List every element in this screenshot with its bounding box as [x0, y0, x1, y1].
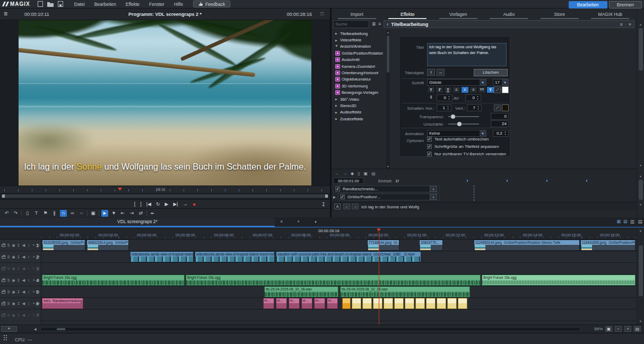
scrollbar-handle[interactable]	[639, 28, 643, 70]
tab-store[interactable]: Store	[534, 10, 585, 19]
zoom-in-button[interactable]: +	[624, 326, 631, 332]
timeline-ruler[interactable]: 00:00:28:16 00:00:02:0000:00:03:0000:00:…	[0, 227, 637, 240]
solo-button[interactable]: S	[7, 243, 11, 247]
fade-icon[interactable]: ↧	[17, 290, 21, 294]
fx-tree-item[interactable]: ▶Stereo3D	[332, 102, 386, 109]
playhead-line[interactable]	[379, 232, 379, 324]
jump-start-button[interactable]: |◀	[146, 201, 151, 207]
clip[interactable]	[426, 298, 436, 309]
transparency-value[interactable]: 0	[491, 113, 509, 120]
multicam-view-icon[interactable]: ▥	[630, 219, 634, 224]
timeline-view-icon[interactable]: ⊟	[623, 219, 628, 224]
tab-vorlagen[interactable]: Vorlagen	[433, 10, 484, 19]
lock-icon[interactable]	[2, 279, 5, 282]
panel-close-icon[interactable]: ×	[629, 22, 631, 27]
letter-a-button[interactable]: A	[334, 204, 341, 209]
scroll-up-icon[interactable]: ▲	[637, 23, 644, 26]
shadow-vert-spinner[interactable]: 7▲▼	[467, 104, 482, 111]
fx-tree-item[interactable]: ▶Titelbearbeitung	[332, 30, 386, 37]
track-height-icon[interactable]: ↕	[27, 278, 31, 282]
kf-copy-button[interactable]: ▣	[364, 171, 368, 176]
solo-button[interactable]: S	[7, 255, 11, 259]
transparency-slider[interactable]	[448, 113, 479, 120]
unlink-button[interactable]: ∞	[78, 210, 85, 217]
spinner-arrows-icon[interactable]: ▲▼	[475, 95, 480, 100]
text-tool-button[interactable]: T	[33, 210, 40, 217]
filter-icon[interactable]: ≡	[378, 21, 381, 27]
font-select[interactable]: Gidole▼	[427, 79, 486, 86]
fx-tree-item[interactable]: Orientierung/Horizont	[332, 69, 386, 76]
clip[interactable]: Hi...	[289, 298, 300, 309]
delete-title-button[interactable]: Löschen	[474, 69, 508, 76]
save-icon[interactable]	[58, 1, 63, 7]
font-color-button[interactable]: T	[486, 86, 494, 93]
fade-icon[interactable]: ↧	[17, 313, 21, 317]
track-height-icon[interactable]: ↕	[27, 267, 31, 270]
spinner-arrows-icon[interactable]: ▲▼	[446, 105, 450, 110]
clip[interactable]	[405, 298, 414, 309]
close-tab-icon[interactable]: ×	[280, 219, 283, 224]
fx-tree-item[interactable]: Bewegungs-Vorlagen	[332, 90, 386, 96]
mark-in-button[interactable]: [	[134, 201, 136, 207]
scroll-up-icon[interactable]: ▲	[386, 31, 390, 34]
clip[interactable]: Hi...	[327, 298, 338, 309]
kf-delete-button[interactable]: ▯	[358, 171, 360, 176]
fade-icon[interactable]: ↧	[17, 255, 21, 259]
clip[interactable]: Bright Future 15s.ogg	[42, 275, 185, 286]
speaker-icon[interactable]: ◀	[22, 255, 25, 259]
fx-tree-item[interactable]: Größe/Position/Rotation	[332, 50, 386, 56]
tree-scrollbar[interactable]: ▲ ▼	[386, 30, 390, 169]
eyedropper-icon[interactable]: ⟋	[494, 86, 501, 93]
scroll-down-icon[interactable]: ▼	[637, 203, 644, 206]
add-tab-icon[interactable]: +	[297, 219, 300, 224]
solo-button[interactable]: S	[7, 290, 11, 294]
scrollbar-track[interactable]	[40, 327, 580, 331]
mode-edit-button[interactable]: Bearbeiten	[569, 1, 607, 8]
animation-select[interactable]: Keine▼	[427, 130, 486, 137]
visibility-icon[interactable]: ◉	[12, 255, 15, 259]
menu-effekte[interactable]: Effekte	[121, 2, 144, 7]
chevron-down-icon[interactable]: ▼	[430, 186, 437, 192]
clip[interactable]	[384, 298, 393, 309]
tab-dropdown-icon[interactable]: ▼	[314, 220, 317, 224]
mouse-mode-left-button[interactable]: ⇤	[119, 210, 126, 217]
shadow-color-swatch[interactable]	[502, 104, 509, 111]
italic-button[interactable]: T	[436, 86, 443, 93]
fade-icon[interactable]: ↧	[17, 243, 21, 248]
solo-button[interactable]: S	[7, 267, 11, 270]
kerning-icon[interactable]: AV	[454, 96, 463, 101]
clip[interactable]: tts-25-04-2025-08_32_28.wav	[340, 286, 470, 297]
chevron-down-icon[interactable]: ▼	[430, 194, 437, 200]
mouse-mode-stretch-button[interactable]: ⇄	[137, 210, 144, 217]
slider-knob[interactable]	[451, 114, 455, 119]
add-track-button[interactable]: +	[1, 326, 17, 332]
scrollbar-handle-left[interactable]	[2, 195, 5, 198]
solo-button[interactable]: S	[7, 278, 11, 282]
speaker-icon[interactable]: ◀	[22, 290, 25, 294]
lock-icon[interactable]	[2, 244, 5, 247]
preview-render-button[interactable]: ↞	[149, 210, 156, 217]
timeline-vertical-scrollbar[interactable]: ▲ ▼	[637, 227, 644, 324]
fx-tree-item[interactable]: Kamera-/Zoomfahrt	[332, 63, 386, 69]
tab-effekte[interactable]: Effekte	[382, 10, 433, 19]
kerning-spinner[interactable]: 0▲▼	[465, 94, 481, 101]
underline-button[interactable]: T	[444, 86, 452, 93]
menu-hilfe[interactable]: Hilfe	[169, 2, 188, 7]
search-input[interactable]	[333, 20, 369, 28]
track-height-icon[interactable]: ↕	[27, 313, 31, 317]
checkbox[interactable]: ✓	[427, 137, 432, 142]
back-icon[interactable]: ‹	[387, 21, 388, 27]
clip[interactable]: Bright Future 15s.ogg	[186, 275, 481, 286]
font-size-select[interactable]: 17▼	[493, 79, 509, 86]
lock-icon[interactable]	[2, 256, 5, 259]
visibility-icon[interactable]: ◉	[12, 313, 15, 317]
clip[interactable]	[437, 298, 446, 309]
fit-width-button[interactable]: ↔	[437, 69, 445, 76]
fx-tree-item[interactable]: ▶Audioeffekte	[332, 109, 386, 116]
clip[interactable]	[394, 298, 404, 309]
solo-button[interactable]: S	[7, 302, 11, 305]
lock-icon[interactable]	[2, 303, 5, 305]
blur-value[interactable]: 24	[491, 120, 509, 127]
mark-out-button[interactable]: ]	[140, 201, 142, 207]
clip[interactable]: 1124553144.jpegGröße/Position/Rotation S…	[474, 240, 580, 251]
